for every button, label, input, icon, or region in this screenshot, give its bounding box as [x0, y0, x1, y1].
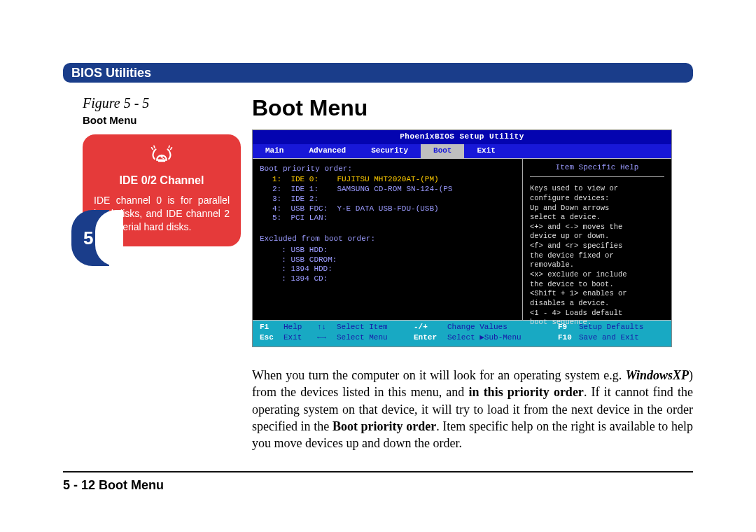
excluded-item[interactable]: : 1394 CD:	[260, 274, 517, 284]
boot-item[interactable]: 4: USB FDC: Y-E DATA USB-FDU-(USB)	[260, 204, 517, 214]
footer-key: F1	[260, 323, 284, 332]
footer-key: F10	[558, 333, 579, 343]
tab-security[interactable]: Security	[358, 144, 421, 158]
tab-main[interactable]: Main	[253, 144, 296, 158]
boot-priority-header: Boot priority order:	[260, 164, 517, 174]
alert-icon	[94, 144, 230, 170]
footer-key: F9	[558, 323, 579, 332]
tab-boot[interactable]: Boot	[421, 144, 464, 158]
footer-key: Setup Defaults	[579, 323, 664, 332]
bios-footer: F1Help↑↓Select Item-/+Change ValuesF9Set…	[253, 321, 671, 347]
footer-key: Select Menu	[337, 333, 414, 343]
boot-item[interactable]: 1: IDE 0: FUJITSU MHT2020AT-(PM)	[260, 175, 517, 185]
footer-key: Change Values	[447, 323, 558, 332]
tab-exit[interactable]: Exit	[464, 144, 507, 158]
excluded-header: Excluded from boot order:	[260, 234, 517, 244]
footer-key: Enter	[414, 333, 447, 343]
figure-subtitle: Boot Menu	[83, 114, 239, 126]
footer-key: Select Item	[337, 323, 414, 332]
bios-left-panel: Boot priority order: 1: IDE 0: FUJITSU M…	[253, 159, 523, 320]
para-bold: Boot priority order	[332, 419, 436, 433]
bios-screenshot: PhoenixBIOS Setup Utility Main Advanced …	[252, 130, 672, 347]
footer-rule	[63, 471, 693, 472]
footer-key: ←→	[317, 333, 337, 343]
para-bold: in this priority order	[468, 385, 583, 399]
svg-point-1	[160, 155, 162, 158]
page-title: Boot Menu	[252, 95, 693, 121]
footer-key: Select ▶Sub-Menu	[447, 333, 558, 343]
bios-help-panel: Item Specific Help Keys used to view or …	[523, 159, 671, 320]
boot-item[interactable]: 5: PCI LAN:	[260, 214, 517, 223]
footer-key: ↑↓	[317, 323, 337, 332]
help-body: Keys used to view or configure devices: …	[530, 184, 664, 328]
chapter-number: 5	[83, 227, 93, 249]
section-header: BIOS Utilities	[63, 63, 693, 83]
warning-title: IDE 0/2 Channel	[94, 174, 230, 187]
excluded-item[interactable]: : USB HDD:	[260, 246, 517, 255]
para-text: When you turn the computer on it will lo…	[252, 368, 626, 382]
bios-tab-bar: Main Advanced Security Boot Exit	[253, 144, 671, 158]
tab-advanced[interactable]: Advanced	[296, 144, 358, 158]
boot-item[interactable]: 3: IDE 2:	[260, 195, 517, 204]
svg-rect-0	[158, 160, 165, 162]
chapter-tab: 5	[71, 210, 109, 266]
figure-label: Figure 5 - 5	[83, 95, 239, 111]
para-emphasis: WindowsXP	[626, 368, 689, 382]
sidebar: Figure 5 - 5 Boot Menu 5	[63, 95, 239, 451]
help-title: Item Specific Help	[530, 163, 664, 178]
body-paragraph: When you turn the computer on it will lo…	[252, 367, 693, 451]
footer-key: Help	[284, 323, 317, 332]
footer-key: Save and Exit	[579, 333, 664, 343]
footer-key: Exit	[284, 333, 317, 343]
bios-title-bar: PhoenixBIOS Setup Utility	[253, 130, 671, 144]
footer-key: Esc	[260, 333, 284, 343]
boot-item[interactable]: 2: IDE 1: SAMSUNG CD-ROM SN-124-(PS	[260, 185, 517, 195]
excluded-item[interactable]: : 1394 HDD:	[260, 265, 517, 274]
page-footer: 5 - 12 Boot Menu	[63, 478, 693, 493]
footer-key: -/+	[414, 323, 447, 332]
excluded-item[interactable]: : USB CDROM:	[260, 255, 517, 265]
